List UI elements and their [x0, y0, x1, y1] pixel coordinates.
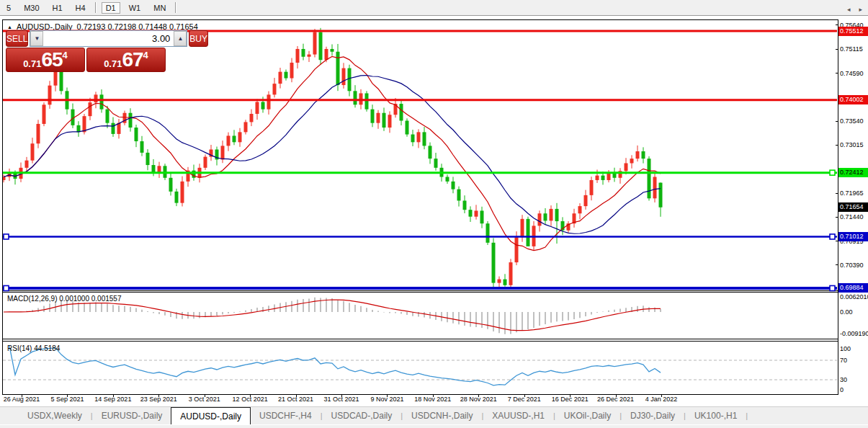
price-tick-label: 0.70390 [840, 262, 864, 269]
macd-axis-label: 0.0062010 [840, 293, 868, 300]
sell-button[interactable]: SELL [6, 30, 28, 47]
date-label: 31 Oct 2021 [323, 396, 359, 403]
date-label: 3 Oct 2021 [189, 396, 220, 403]
volume-down-icon[interactable]: ▼ [30, 31, 43, 46]
axis-tick-mark [836, 49, 838, 50]
buy-price-main: 67 [122, 50, 143, 69]
axis-tick-mark [836, 73, 838, 73]
collapse-panel-icon[interactable]: ▲ [7, 24, 12, 30]
price-badge: 0.74002 [838, 95, 868, 104]
rsi-axis-label: 0 [840, 386, 844, 393]
price-tick-label: 0.73015 [840, 141, 864, 148]
price-level-line[interactable] [3, 234, 837, 239]
date-label: 21 Oct 2021 [278, 396, 313, 403]
date-label: 9 Nov 2021 [370, 396, 403, 403]
rsi-axis-label: 30 [840, 376, 847, 383]
buy-price-prefix: 0.71 [104, 58, 122, 69]
one-click-trade-panel: SELL ▼ ▲ BUY 0.71654 0.71674 [6, 30, 166, 72]
price-badge: 0.72412 [838, 168, 868, 177]
rsi-axis-label: 100 [840, 345, 851, 352]
price-badge: 0.69884 [838, 283, 868, 293]
price-axis: 0.756400.751150.745900.735400.730150.719… [838, 19, 868, 395]
date-label: 14 Sep 2021 [94, 396, 131, 403]
volume-input[interactable] [43, 31, 174, 46]
date-label: 18 Nov 2021 [414, 396, 451, 403]
date-label: 5 Sep 2021 [50, 396, 84, 403]
date-label: 16 Dec 2021 [552, 396, 589, 403]
date-axis: 26 Aug 20215 Sep 202114 Sep 202123 Sep 2… [0, 396, 868, 406]
date-label: 7 Dec 2021 [508, 396, 541, 403]
price-level-line[interactable] [3, 285, 837, 290]
axis-tick-mark [836, 264, 838, 265]
buy-price-display[interactable]: 0.71674 [86, 48, 166, 72]
axis-tick-mark [836, 121, 838, 122]
sell-price-pip: 4 [63, 50, 68, 61]
rsi-axis-label: 70 [840, 357, 847, 364]
date-label: 12 Oct 2021 [233, 396, 268, 403]
trading-terminal: 5M30H1H4D1W1MN ▲ AUDUSD-,Daily 0.72193 0… [0, 0, 868, 428]
tab-audusd-daily[interactable]: AUDUSD-,Daily [171, 407, 251, 424]
axis-tick-mark [836, 193, 838, 194]
date-label: 4 Jan 2022 [645, 396, 678, 403]
price-badge: 0.71654 [838, 202, 868, 212]
date-label: 23 Sep 2021 [140, 396, 177, 403]
axis-tick-mark [836, 145, 838, 146]
buy-button[interactable]: BUY [189, 30, 208, 47]
price-badge: 0.75512 [838, 27, 868, 36]
rsi-indicator-label: RSI(14) 44.5184 [7, 344, 60, 352]
price-tick-label: 0.71440 [840, 213, 864, 220]
price-tick-label: 0.75115 [840, 45, 863, 53]
buy-price-pip: 4 [143, 50, 148, 61]
price-level-line[interactable] [3, 170, 837, 175]
date-label: 26 Dec 2021 [597, 396, 634, 403]
date-label: 28 Nov 2021 [460, 396, 497, 403]
volume-stepper: ▼ ▲ [30, 30, 187, 47]
price-tick-label: 0.73540 [840, 117, 864, 125]
price-badge: 0.71012 [838, 232, 868, 241]
sell-price-display[interactable]: 0.71654 [6, 48, 85, 72]
axis-tick-mark [836, 24, 838, 25]
price-tick-label: 0.74590 [840, 70, 864, 77]
macd-axis-label: -0.0091900 [840, 330, 868, 337]
sell-price-main: 65 [41, 50, 62, 69]
price-tick-label: 0.71965 [840, 190, 864, 197]
macd-axis-label: 0.00 [840, 308, 853, 316]
date-label: 26 Aug 2021 [4, 396, 40, 403]
macd-indicator-label: MACD(12,26,9) 0.001000 0.001557 [7, 295, 121, 303]
axis-tick-mark [836, 217, 838, 218]
volume-up-icon[interactable]: ▲ [174, 31, 187, 46]
sell-price-prefix: 0.71 [23, 58, 41, 69]
